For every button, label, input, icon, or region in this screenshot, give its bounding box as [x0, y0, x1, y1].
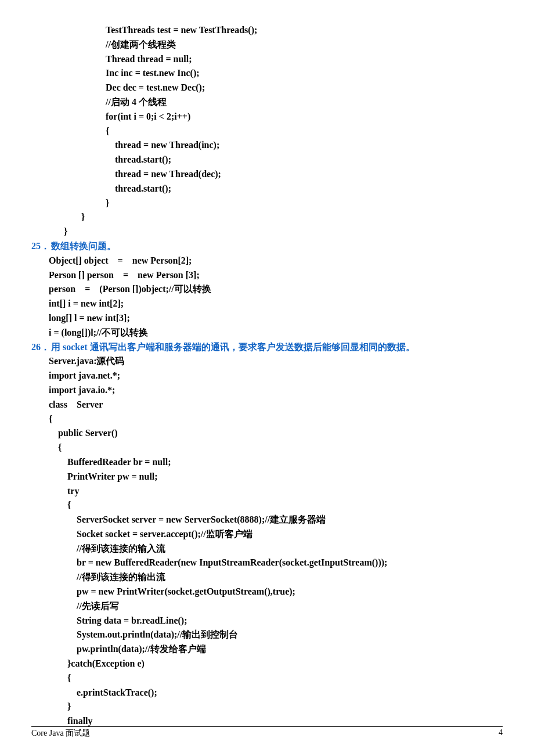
document-page: TestThreads test = new TestThreads(); //… [0, 0, 534, 756]
code-line: Object[] object = new Person[2]; [31, 254, 503, 268]
heading-text: 数组转换问题。 [51, 241, 116, 251]
code-line: class Server [31, 398, 503, 412]
code-line: int[] i = new int[2]; [31, 297, 503, 311]
code-line: long[] l = new int[3]; [31, 311, 503, 326]
code-line: String data = br.readLine(); [31, 614, 503, 628]
code-line: //创建两个线程类 [31, 38, 503, 52]
code-line: pw = new PrintWriter(socket.getOutputStr… [31, 585, 503, 599]
code-line: thread = new Thread(inc); [31, 138, 503, 153]
code-line: } [31, 225, 503, 239]
code-line: { [31, 441, 503, 455]
code-line: System.out.println(data);//输出到控制台 [31, 628, 503, 642]
code-line: person = (Person [])object;//可以转换 [31, 282, 503, 297]
code-line: Person [] person = new Person [3]; [31, 268, 503, 283]
code-line: pw.println(data);//转发给客户端 [31, 642, 503, 657]
code-line: i = (long[])l;//不可以转换 [31, 326, 503, 340]
heading-number: 25． [31, 239, 51, 254]
heading-25: 25．数组转换问题。 [31, 239, 503, 254]
code-line: thread.start(); [31, 153, 503, 167]
code-line: { [31, 124, 503, 139]
footer-title: Core Java 面试题 [31, 728, 90, 739]
code-line: ServerSocket server = new ServerSocket(8… [31, 513, 503, 527]
code-line: public Server() [31, 426, 503, 441]
heading-number: 26． [31, 340, 51, 355]
code-line: } [31, 196, 503, 211]
code-line: //先读后写 [31, 599, 503, 614]
code-line: } [31, 700, 503, 714]
heading-text: 用 socket 通讯写出客户端和服务器端的通讯，要求客户发送数据后能够回显相同… [51, 342, 415, 352]
code-line: thread.start(); [31, 182, 503, 196]
code-line: } [31, 210, 503, 225]
code-line: thread = new Thread(dec); [31, 167, 503, 182]
code-line: TestThreads test = new TestThreads(); [31, 23, 503, 38]
code-line: Server.java:源代码 [31, 354, 503, 369]
page-footer: Core Java 面试题 4 [31, 726, 503, 739]
code-line: //得到该连接的输出流 [31, 570, 503, 585]
code-line: Dec dec = test.new Dec(); [31, 81, 503, 95]
code-line: { [31, 412, 503, 427]
code-line: { [31, 671, 503, 686]
heading-26: 26．用 socket 通讯写出客户端和服务器端的通讯，要求客户发送数据后能够回… [31, 340, 503, 355]
code-line: br = new BufferedReader(new InputStreamR… [31, 556, 503, 570]
code-line: //启动 4 个线程 [31, 95, 503, 110]
code-line: try [31, 484, 503, 499]
code-line: BufferedReader br = null; [31, 455, 503, 470]
page-number: 4 [499, 728, 503, 739]
code-line: { [31, 498, 503, 513]
code-line: for(int i = 0;i < 2;i++) [31, 110, 503, 124]
code-line: Socket socket = server.accept();//监听客户端 [31, 527, 503, 542]
code-line: }catch(Exception e) [31, 657, 503, 671]
code-line: Thread thread = null; [31, 52, 503, 67]
code-line: e.printStackTrace(); [31, 686, 503, 700]
code-line: Inc inc = test.new Inc(); [31, 66, 503, 81]
code-line: PrintWriter pw = null; [31, 470, 503, 484]
code-line: import java.net.*; [31, 369, 503, 383]
code-line: import java.io.*; [31, 383, 503, 398]
code-line: //得到该连接的输入流 [31, 542, 503, 556]
